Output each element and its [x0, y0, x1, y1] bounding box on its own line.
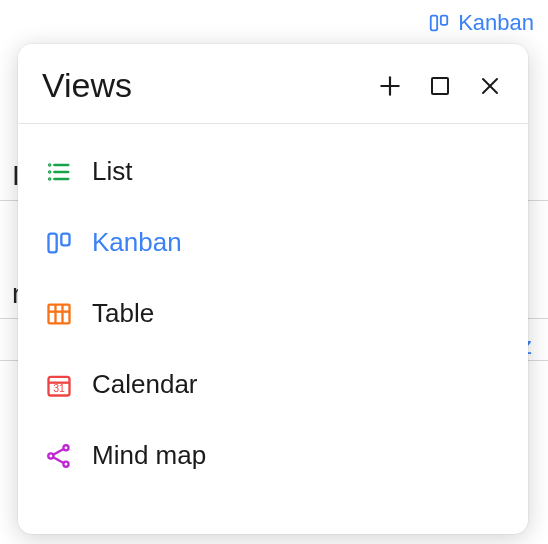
svg-point-22 — [48, 453, 53, 458]
table-icon — [44, 299, 74, 329]
view-item-list[interactable]: List — [18, 136, 528, 207]
svg-point-24 — [63, 461, 68, 466]
svg-rect-15 — [49, 304, 70, 323]
close-icon — [478, 74, 502, 98]
square-icon — [428, 74, 452, 98]
view-item-label: List — [92, 156, 132, 187]
close-panel-button[interactable] — [476, 72, 504, 100]
svg-rect-13 — [49, 233, 57, 252]
mindmap-icon — [44, 441, 74, 471]
svg-rect-1 — [441, 16, 447, 25]
kanban-icon — [428, 12, 450, 34]
list-icon — [44, 157, 74, 187]
view-item-label: Calendar — [92, 369, 198, 400]
svg-point-12 — [49, 178, 50, 179]
view-item-label: Mind map — [92, 440, 206, 471]
view-item-mindmap[interactable]: Mind map — [18, 420, 528, 491]
svg-point-10 — [49, 164, 50, 165]
view-item-label: Kanban — [92, 227, 182, 258]
views-panel-actions — [376, 72, 504, 100]
svg-rect-14 — [61, 233, 69, 245]
top-current-view[interactable]: Kanban — [428, 10, 534, 36]
view-item-calendar[interactable]: 31 Calendar — [18, 349, 528, 420]
view-item-label: Table — [92, 298, 154, 329]
svg-text:31: 31 — [53, 382, 65, 394]
views-panel: Views — [18, 44, 528, 534]
plus-icon — [377, 73, 403, 99]
svg-point-11 — [49, 171, 50, 172]
svg-line-26 — [53, 457, 63, 463]
calendar-icon: 31 — [44, 370, 74, 400]
svg-rect-4 — [432, 78, 448, 94]
view-item-table[interactable]: Table — [18, 278, 528, 349]
add-view-button[interactable] — [376, 72, 404, 100]
top-current-view-label: Kanban — [458, 10, 534, 36]
views-list: List Kanban — [18, 124, 528, 503]
svg-rect-0 — [431, 16, 437, 31]
svg-line-25 — [53, 449, 63, 455]
svg-point-23 — [63, 445, 68, 450]
views-panel-header: Views — [18, 44, 528, 124]
views-panel-title: Views — [42, 66, 376, 105]
kanban-icon — [44, 228, 74, 258]
panel-layout-button[interactable] — [426, 72, 454, 100]
view-item-kanban[interactable]: Kanban — [18, 207, 528, 278]
